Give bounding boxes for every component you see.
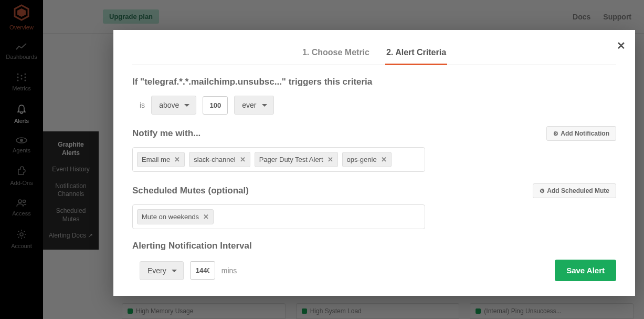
remove-tag-icon[interactable]: ✕ xyxy=(174,156,180,163)
interval-mode-select[interactable]: Every xyxy=(140,261,184,280)
notification-tag: slack-channel✕ xyxy=(189,152,250,167)
notify-section: Notify me with... ⚙Add Notification Emai… xyxy=(132,126,616,172)
remove-tag-icon[interactable]: ✕ xyxy=(240,156,246,163)
close-icon[interactable]: ✕ xyxy=(617,39,626,52)
add-scheduled-mute-button[interactable]: ⚙Add Scheduled Mute xyxy=(533,183,616,198)
tag-label: slack-channel xyxy=(194,156,236,163)
tag-label: Pager Duty Test Alert xyxy=(259,156,323,163)
is-label: is xyxy=(140,101,145,109)
button-label: Add Notification xyxy=(561,130,609,137)
interval-unit-label: mins xyxy=(221,266,237,275)
criteria-section: If "telegraf.*.*.mailchimp.unsubsc..." t… xyxy=(132,77,616,115)
add-notification-button[interactable]: ⚙Add Notification xyxy=(546,126,616,141)
tag-label: Email me xyxy=(142,156,170,163)
interval-title: Alerting Notification Interval xyxy=(132,241,616,251)
mutes-tag-box[interactable]: Mute on weekends✕ xyxy=(132,204,425,229)
alert-modal: ✕ 1. Choose Metric 2. Alert Criteria If … xyxy=(113,30,635,296)
criteria-title: If "telegraf.*.*.mailchimp.unsubsc..." t… xyxy=(132,77,616,87)
interval-section: Alerting Notification Interval Every min… xyxy=(132,241,616,281)
notifications-tag-box[interactable]: Email me✕ slack-channel✕ Pager Duty Test… xyxy=(132,147,425,172)
notification-tag: ops-genie✕ xyxy=(342,152,392,167)
mutes-section: Scheduled Mutes (optional) ⚙Add Schedule… xyxy=(132,183,616,229)
remove-tag-icon[interactable]: ✕ xyxy=(381,156,387,163)
threshold-input[interactable] xyxy=(203,96,228,115)
notification-tag: Email me✕ xyxy=(137,152,185,167)
tag-label: ops-genie xyxy=(347,156,377,163)
button-label: Add Scheduled Mute xyxy=(547,187,609,194)
tag-label: Mute on weekends xyxy=(142,213,199,221)
interval-value-input[interactable] xyxy=(190,261,215,280)
notify-title: Notify me with... xyxy=(132,128,200,139)
comparison-select[interactable]: above xyxy=(151,96,196,115)
notification-tag: Pager Duty Test Alert✕ xyxy=(255,152,338,167)
tab-choose-metric[interactable]: 1. Choose Metric xyxy=(301,43,371,65)
mute-tag: Mute on weekends✕ xyxy=(137,209,214,224)
save-alert-button[interactable]: Save Alert xyxy=(555,260,616,281)
modal-tabs: 1. Choose Metric 2. Alert Criteria xyxy=(132,43,616,65)
mutes-title: Scheduled Mutes (optional) xyxy=(132,186,249,196)
gear-icon: ⚙ xyxy=(540,188,545,194)
remove-tag-icon[interactable]: ✕ xyxy=(203,213,209,221)
tab-alert-criteria[interactable]: 2. Alert Criteria xyxy=(385,43,447,65)
timing-select[interactable]: ever xyxy=(234,96,273,115)
gear-icon: ⚙ xyxy=(553,130,558,137)
remove-tag-icon[interactable]: ✕ xyxy=(328,156,333,163)
